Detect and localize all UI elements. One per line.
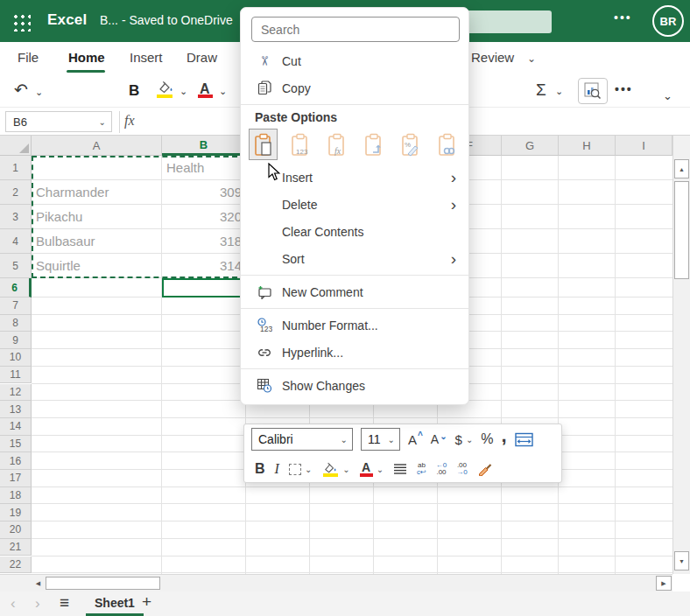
undo-chevron-icon[interactable]: ⌄ xyxy=(35,87,43,98)
column-header-I[interactable]: I xyxy=(616,136,672,156)
font-color-chevron-icon[interactable]: ⌄ xyxy=(219,86,227,97)
next-sheet-button[interactable]: › xyxy=(35,595,40,612)
column-header-A[interactable]: A xyxy=(32,136,162,156)
row-header-8[interactable]: 8 xyxy=(0,315,32,332)
menu-item-clear-contents[interactable]: Clear Contents xyxy=(241,218,468,245)
paste-formulas-button[interactable]: fx xyxy=(323,130,350,159)
tab-draw[interactable]: Draw xyxy=(187,50,217,65)
increase-decimal-button[interactable]: .00→0 xyxy=(456,462,467,476)
autosum-button[interactable]: Σ xyxy=(536,80,546,100)
topbar-more-button[interactable]: ••• xyxy=(614,10,632,24)
menu-item-number-format[interactable]: 123 Number Format... xyxy=(241,312,468,339)
analyze-data-button[interactable] xyxy=(578,78,608,104)
vertical-scroll-thumb[interactable] xyxy=(674,181,689,279)
tabs-overflow-chevron-icon[interactable]: ⌄ xyxy=(527,52,536,65)
row-header-15[interactable]: 15 xyxy=(0,436,32,453)
row-header-20[interactable]: 20 xyxy=(0,522,32,539)
font-name-select[interactable]: Calibri⌄ xyxy=(251,428,353,451)
row-header-18[interactable]: 18 xyxy=(0,487,32,505)
row-header-7[interactable]: 7 xyxy=(0,298,32,315)
mini-font-size-select[interactable]: 11⌄ xyxy=(361,428,400,451)
paste-link-button[interactable] xyxy=(433,130,461,159)
row-header-16[interactable]: 16 xyxy=(0,452,32,470)
percent-style-button[interactable]: % xyxy=(481,431,493,447)
row-header-21[interactable]: 21 xyxy=(0,539,32,556)
prev-sheet-button[interactable]: ‹ xyxy=(11,595,16,612)
scroll-up-button[interactable]: ▲ xyxy=(674,159,689,178)
comma-style-button[interactable]: , xyxy=(502,424,507,447)
row-header-2[interactable]: 2 xyxy=(0,180,32,205)
mini-paint-bucket-icon xyxy=(321,462,339,473)
borders-button[interactable]: ⌄ xyxy=(289,464,312,475)
scroll-down-button[interactable]: ▼ xyxy=(674,551,689,570)
hyperlink-icon xyxy=(255,347,274,358)
grid-hline xyxy=(32,486,672,487)
scroll-left-button[interactable]: ◀ xyxy=(32,577,45,590)
menu-item-delete[interactable]: Delete› xyxy=(241,191,468,218)
menu-item-sort[interactable]: Sort› xyxy=(241,245,468,272)
column-header-H[interactable]: H xyxy=(559,136,616,156)
undo-button[interactable]: ↶ xyxy=(14,80,28,100)
app-launcher-icon[interactable] xyxy=(11,12,31,32)
row-header-5[interactable]: 5 xyxy=(0,254,32,278)
row-header-4[interactable]: 4 xyxy=(0,229,32,254)
row-header-12[interactable]: 12 xyxy=(0,384,32,402)
menu-item-show-changes[interactable]: Show Changes xyxy=(241,372,468,399)
more-commands-button[interactable]: ••• xyxy=(615,82,633,96)
row-header-6[interactable]: 6 xyxy=(0,278,32,298)
accounting-format-button[interactable]: $⌄ xyxy=(455,432,474,447)
menu-search-input[interactable] xyxy=(251,17,460,42)
row-header-9[interactable]: 9 xyxy=(0,332,32,349)
autosum-chevron-icon[interactable]: ⌄ xyxy=(555,86,563,97)
fx-icon[interactable]: fx xyxy=(124,113,135,129)
mouse-cursor xyxy=(268,163,282,182)
menu-item-label: Copy xyxy=(282,81,456,95)
bold-button[interactable]: B xyxy=(129,82,139,100)
mini-italic-button[interactable]: I xyxy=(275,461,279,477)
column-header-G[interactable]: G xyxy=(502,136,559,156)
menu-item-cut[interactable]: ✂ Cut xyxy=(241,47,468,74)
horizontal-scroll-thumb[interactable] xyxy=(46,577,160,590)
menu-item-new-comment[interactable]: New Comment xyxy=(241,278,468,305)
paste-button[interactable] xyxy=(250,130,277,159)
wrap-text-button[interactable]: abc↩ xyxy=(417,462,426,476)
avatar[interactable]: BR xyxy=(652,5,684,37)
menu-item-hyperlink[interactable]: Hyperlink... xyxy=(241,339,468,366)
mini-fill-color-button[interactable]: ⌄ xyxy=(321,462,349,477)
row-header-1[interactable]: 1 xyxy=(0,156,32,180)
paste-transpose-button[interactable] xyxy=(360,130,387,159)
align-button[interactable] xyxy=(393,463,407,475)
merge-cells-button[interactable] xyxy=(515,432,533,447)
row-header-13[interactable]: 13 xyxy=(0,401,32,418)
fill-color-chevron-icon[interactable]: ⌄ xyxy=(180,86,187,97)
row-header-17[interactable]: 17 xyxy=(0,470,32,487)
document-title[interactable]: B... - Saved to OneDrive⌄ xyxy=(100,13,249,27)
paste-values-button[interactable]: 123 xyxy=(286,130,313,159)
add-sheet-button[interactable]: + xyxy=(142,592,151,612)
scroll-right-button[interactable]: ▶ xyxy=(656,576,672,591)
mini-font-color-button[interactable]: A ⌄ xyxy=(360,462,384,477)
sheet-tab-active[interactable]: Sheet1 xyxy=(86,592,144,616)
paste-formatting-button[interactable]: % xyxy=(397,130,424,159)
name-box[interactable]: B6 ⌄ xyxy=(5,111,112,132)
menu-item-copy[interactable]: Copy xyxy=(241,74,468,102)
tab-insert[interactable]: Insert xyxy=(130,50,163,65)
row-header-11[interactable]: 11 xyxy=(0,367,32,384)
row-header-10[interactable]: 10 xyxy=(0,349,32,367)
shrink-font-button[interactable]: A⌄ xyxy=(431,432,447,446)
tab-review[interactable]: Review xyxy=(471,50,514,65)
row-header-19[interactable]: 19 xyxy=(0,504,32,522)
collapse-ribbon-button[interactable]: ⌄ xyxy=(663,89,672,102)
select-all-corner[interactable] xyxy=(0,136,32,156)
column-header-B[interactable]: B xyxy=(162,136,246,156)
row-header-22[interactable]: 22 xyxy=(0,556,32,574)
decrease-decimal-button[interactable]: ←0.00 xyxy=(436,462,447,476)
row-header-14[interactable]: 14 xyxy=(0,418,32,436)
format-painter-button[interactable] xyxy=(477,462,493,476)
grow-font-button[interactable]: A^ xyxy=(408,432,423,447)
tab-file[interactable]: File xyxy=(18,50,39,65)
row-header-3[interactable]: 3 xyxy=(0,205,32,229)
mini-bold-button[interactable]: B xyxy=(255,461,265,477)
all-sheets-button[interactable]: ≡ xyxy=(60,593,69,612)
tab-home[interactable]: Home xyxy=(68,50,105,65)
